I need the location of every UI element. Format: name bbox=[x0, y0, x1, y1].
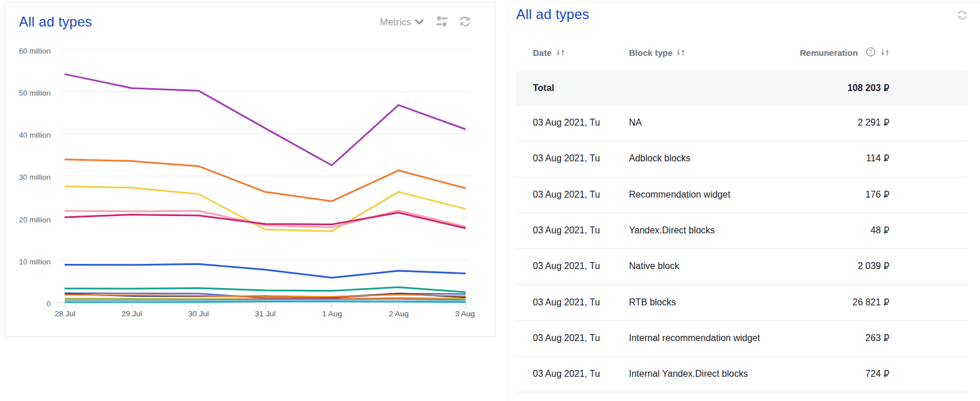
svg-text:40 million: 40 million bbox=[19, 131, 51, 139]
svg-text:28 Jul: 28 Jul bbox=[55, 309, 75, 318]
svg-text:0: 0 bbox=[47, 300, 51, 308]
svg-text:10 million: 10 million bbox=[19, 258, 51, 266]
svg-text:30 Jul: 30 Jul bbox=[188, 309, 209, 318]
svg-text:29 Jul: 29 Jul bbox=[121, 309, 142, 318]
svg-text:30 million: 30 million bbox=[19, 173, 51, 181]
svg-text:1 Aug: 1 Aug bbox=[322, 309, 342, 318]
svg-text:31 Jul: 31 Jul bbox=[255, 309, 276, 318]
svg-text:20 million: 20 million bbox=[19, 215, 51, 224]
svg-text:?: ? bbox=[869, 48, 872, 55]
svg-text:60 million: 60 million bbox=[19, 47, 51, 55]
svg-text:50 million: 50 million bbox=[19, 89, 51, 97]
svg-text:3 Aug: 3 Aug bbox=[455, 309, 475, 318]
svg-text:2 Aug: 2 Aug bbox=[389, 309, 409, 318]
